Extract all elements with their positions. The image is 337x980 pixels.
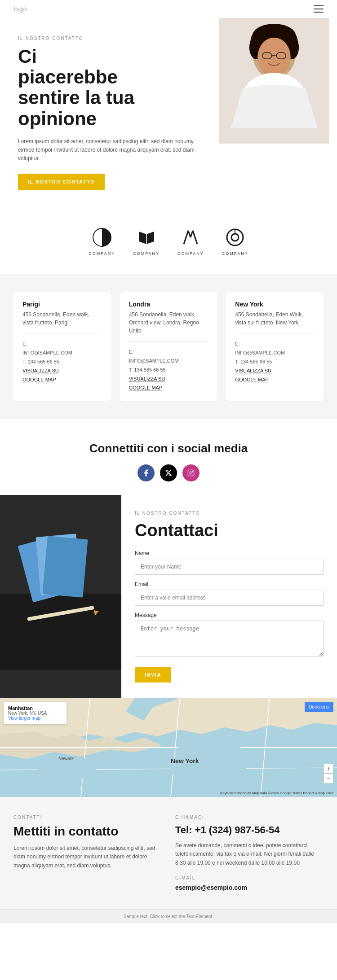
office-card-newyork: New York 456 Sondanella, Eden Walk, vist… — [226, 292, 324, 401]
submit-button[interactable]: INVIA — [135, 667, 171, 682]
hero-section-label: IL NOSTRO CONTATTO — [18, 36, 198, 41]
office-card-paris: Parigi 456 Sondanella, Eden walk, vista … — [13, 292, 111, 401]
name-label: Name — [135, 550, 324, 556]
svg-rect-28 — [43, 536, 88, 598]
google-map-link[interactable]: VISUALIZZA SUGOOGLE MAP — [22, 368, 59, 382]
bottom-phone: Tel: +1 (324) 987-56-54 — [175, 824, 324, 836]
social-icons-container — [13, 464, 324, 481]
office-city: Londra — [129, 301, 208, 308]
bottom-left-title: Mettiti in contatto — [13, 824, 162, 839]
office-divider — [235, 333, 315, 333]
hero-left: IL NOSTRO CONTATTO Ci piacerebbe sentire… — [0, 18, 211, 208]
email-input[interactable] — [135, 590, 324, 606]
form-image — [0, 495, 121, 698]
contact-form-section: IL NOSTRO CONTATTO Contattaci Name Email… — [0, 495, 337, 698]
logo: logo — [13, 5, 27, 13]
hero-title: Ci piacerebbe sentire la tua opinione — [18, 46, 198, 129]
hamburger-line — [314, 12, 324, 13]
map-location-sub: New York, NY, USA — [8, 711, 62, 716]
email-label: Email — [135, 581, 324, 587]
bottom-info-section: CONTATTI Mettiti in contatto Lorem ipsum… — [0, 797, 337, 909]
map-location-title: Manhattan — [8, 705, 62, 711]
company-logo-2: COMPANY — [133, 226, 160, 256]
bottom-note: Se avete domande, commenti o idee, potet… — [175, 841, 324, 867]
hero-image — [211, 18, 337, 208]
company-logo-4: COMPANY — [222, 226, 248, 256]
bottom-right-label: CHIAMACI — [175, 815, 324, 820]
zoom-out-button[interactable]: − — [324, 774, 333, 783]
office-contact: E:INFO@SAMPLE.COM T: 134 565 66 55 VISUA… — [235, 340, 315, 384]
form-section-label: IL NOSTRO CONTATTO — [135, 511, 324, 516]
social-title: Connettiti con i social media — [13, 442, 324, 455]
company-logo-label: COMPANY — [222, 251, 248, 256]
instagram-icon[interactable] — [182, 464, 200, 481]
office-address: 456 Sondanella, Eden Walk, vista sul fru… — [235, 311, 315, 327]
bottom-email: esempio@esempio.com — [175, 884, 324, 891]
form-title: Contattaci — [135, 521, 324, 540]
google-map-link[interactable]: VISUALIZZA SUGOOGLE MAP — [129, 376, 165, 390]
office-address: 456 Sondanella, Eden walk, Orchard view,… — [129, 311, 208, 335]
office-divider — [22, 333, 102, 333]
hamburger-menu[interactable] — [314, 5, 324, 13]
svg-text:New York: New York — [171, 757, 199, 765]
bottom-left-label: CONTATTI — [13, 815, 162, 820]
svg-rect-21 — [188, 470, 194, 476]
name-input[interactable] — [135, 559, 324, 575]
offices-section: Parigi 456 Sondanella, Eden walk, vista … — [0, 274, 337, 419]
zoom-controls: + − — [324, 764, 333, 783]
svg-point-22 — [190, 472, 192, 474]
company-logo-3: COMPANY — [177, 226, 204, 256]
social-section: Connettiti con i social media — [0, 419, 337, 495]
hero-contact-button[interactable]: IL NOSTRO CONTATTO — [18, 174, 105, 190]
message-textarea[interactable] — [135, 621, 324, 656]
svg-line-17 — [193, 231, 197, 244]
form-right: IL NOSTRO CONTATTO Contattaci Name Email… — [121, 495, 337, 698]
name-field-group: Name — [135, 550, 324, 575]
map-section: New York Newark Manhattan New York, NY, … — [0, 698, 337, 797]
office-address: 456 Sondanella, Eden walk, vista fruttet… — [22, 311, 102, 327]
office-card-london: Londra 456 Sondanella, Eden walk, Orchar… — [120, 292, 217, 401]
map-overlay: Manhattan New York, NY, USA View larger … — [4, 702, 67, 724]
office-contact: E:INFO@SAMPLE.COM T: 134 565 66 55 VISUA… — [22, 340, 102, 384]
office-divider — [129, 341, 208, 341]
bottom-right: CHIAMACI Tel: +1 (324) 987-56-54 Se avet… — [175, 815, 324, 891]
bottom-left: CONTATTI Mettiti in contatto Lorem ipsum… — [13, 815, 162, 891]
header: logo — [0, 0, 337, 18]
office-contact: E:INFO@SAMPLE.COM T: 134 565 66 55 VISUA… — [129, 348, 208, 392]
office-city: New York — [235, 301, 315, 308]
zoom-in-button[interactable]: + — [324, 764, 333, 774]
hamburger-line — [314, 5, 324, 6]
bottom-left-description: Lorem ipsum dolor sit amet, consetetur s… — [13, 844, 162, 870]
google-map-link[interactable]: VISUALIZZA SUGOOGLE MAP — [235, 368, 271, 382]
footer-text: Sample text. Click to select the Text El… — [124, 914, 213, 919]
x-twitter-icon[interactable] — [160, 464, 177, 481]
company-logo-1: COMPANY — [89, 226, 115, 256]
company-logo-label: COMPANY — [89, 251, 115, 256]
hero-section: IL NOSTRO CONTATTO Ci piacerebbe sentire… — [0, 18, 337, 208]
svg-point-19 — [231, 234, 239, 241]
logos-section: COMPANY COMPANY COMPANY COMPANY — [0, 208, 337, 274]
message-field-group: Message — [135, 612, 324, 658]
map-credits: Keyboard shortcuts Map data ©2024 Google… — [220, 791, 333, 795]
email-field-group: Email — [135, 581, 324, 606]
svg-text:Newark: Newark — [58, 756, 74, 761]
message-label: Message — [135, 612, 324, 618]
footer: Sample text. Click to select the Text El… — [0, 909, 337, 923]
hamburger-line — [314, 9, 324, 9]
office-city: Parigi — [22, 301, 102, 308]
company-logo-label: COMPANY — [133, 251, 160, 256]
hero-description: Lorem ipsum dolor sit amet, consetetur s… — [18, 137, 198, 163]
view-larger-map-link[interactable]: View larger map — [8, 716, 40, 721]
svg-rect-31 — [0, 630, 121, 670]
company-logo-label: COMPANY — [177, 251, 204, 256]
svg-line-14 — [184, 231, 188, 244]
bottom-email-label: E-MAIL — [175, 875, 324, 880]
facebook-icon[interactable] — [137, 464, 155, 481]
directions-button[interactable]: Directions — [305, 702, 333, 712]
svg-point-23 — [192, 471, 193, 472]
